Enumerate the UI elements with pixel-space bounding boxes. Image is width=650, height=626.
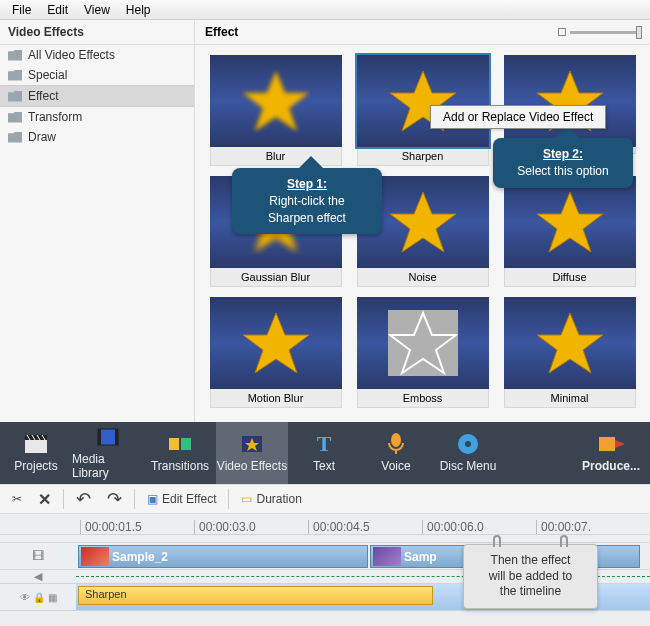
effect-thumb-motion-blur[interactable]: Motion Blur (205, 297, 346, 412)
x-icon: ✕ (38, 490, 51, 509)
svg-rect-14 (115, 429, 118, 445)
text-button[interactable]: TText (288, 422, 360, 484)
sidebar-item-all[interactable]: All Video Effects (0, 45, 194, 65)
projects-button[interactable]: Projects (0, 422, 72, 484)
svg-rect-13 (98, 429, 101, 445)
edit-effect-button[interactable]: ▣Edit Effect (143, 490, 220, 508)
effect-thumb-diffuse[interactable]: Diffuse (499, 176, 640, 291)
svg-point-21 (465, 441, 471, 447)
cut-button[interactable]: ✂ (8, 490, 26, 508)
menu-bar: File Edit View Help (0, 0, 650, 20)
instruction-callout-2: Step 2: Select this option (493, 138, 633, 188)
clapboard-icon (23, 433, 49, 455)
effect-label: Noise (357, 268, 489, 287)
effect-label: Gaussian Blur (210, 268, 342, 287)
folder-icon (8, 132, 22, 143)
duration-button[interactable]: ▭Duration (237, 490, 305, 508)
effect-thumb-minimal[interactable]: Minimal (499, 297, 640, 412)
folder-icon (8, 50, 22, 61)
effect-label: Sharpen (357, 147, 489, 166)
effect-preview (357, 55, 489, 147)
transitions-icon (167, 433, 193, 455)
sidebar-title: Video Effects (0, 20, 194, 45)
effect-label: Diffuse (504, 268, 636, 287)
instruction-note: Then the effect will be added to the tim… (463, 544, 598, 609)
effect-thumb-emboss[interactable]: Emboss (352, 297, 493, 412)
folder-icon (8, 112, 22, 123)
produce-button[interactable]: Produce... (572, 422, 650, 484)
film-icon: 🎞 (32, 549, 44, 563)
zoom-out-icon (558, 28, 566, 36)
effect-thumb-blur[interactable]: Blur (205, 55, 346, 170)
effect-preview (504, 176, 636, 268)
svg-marker-9 (537, 313, 603, 373)
film-icon (95, 426, 121, 448)
produce-icon (598, 433, 624, 455)
star-effect-icon (239, 433, 265, 455)
undo-icon: ↶ (76, 488, 91, 510)
redo-button[interactable]: ↷ (103, 486, 126, 512)
voice-button[interactable]: Voice (360, 422, 432, 484)
star-box-icon: ▣ (147, 492, 158, 506)
fx-track-head[interactable]: 👁🔒▦ (0, 584, 76, 610)
context-menu-item-add-effect[interactable]: Add or Replace Video Effect (430, 105, 606, 129)
duration-icon: ▭ (241, 492, 252, 506)
effect-clip-sharpen[interactable]: Sharpen (78, 586, 433, 605)
sidebar-item-effect[interactable]: Effect (0, 85, 194, 107)
zoom-slider[interactable] (558, 28, 640, 36)
sidebar-item-transform[interactable]: Transform (0, 107, 194, 127)
category-sidebar: Video Effects All Video Effects Special … (0, 20, 195, 422)
scissors-icon: ✂ (12, 492, 22, 506)
effect-preview (210, 55, 342, 147)
folder-icon (8, 70, 22, 81)
menu-view[interactable]: View (76, 1, 118, 19)
main-toolbar: Projects Media Library Transitions Video… (0, 422, 650, 484)
effects-title: Effect (205, 25, 238, 39)
sidebar-item-draw[interactable]: Draw (0, 127, 194, 147)
redo-icon: ↷ (107, 488, 122, 510)
effect-label: Emboss (357, 389, 489, 408)
eye-icon: 👁 (20, 592, 30, 603)
svg-rect-15 (169, 438, 179, 450)
effect-label: Motion Blur (210, 389, 342, 408)
effect-preview (357, 297, 489, 389)
undo-button[interactable]: ↶ (72, 486, 95, 512)
film-icon: ▦ (48, 592, 57, 603)
instruction-callout-1: Step 1: Right-click the Sharpen effect (232, 168, 382, 234)
svg-point-19 (391, 433, 401, 447)
svg-marker-4 (390, 192, 456, 252)
svg-rect-10 (25, 440, 47, 453)
text-icon: T (311, 433, 337, 455)
video-clip-1[interactable]: Sample_2 (78, 545, 368, 568)
delete-button[interactable]: ✕ (34, 488, 55, 511)
disc-icon (455, 433, 481, 455)
timeline-ruler[interactable]: 00:00:01.500:00:03.000:00:04.500:00:06.0… (0, 514, 650, 534)
timeline-edit-bar: ✂ ✕ ↶ ↷ ▣Edit Effect ▭Duration (0, 484, 650, 514)
speaker-icon: ◀ (34, 570, 42, 583)
sidebar-item-special[interactable]: Special (0, 65, 194, 85)
svg-marker-23 (615, 440, 624, 448)
audio-track-head[interactable]: ◀ (0, 570, 76, 583)
svg-marker-5 (537, 192, 603, 252)
media-library-button[interactable]: Media Library (72, 422, 144, 484)
disc-menu-button[interactable]: Disc Menu (432, 422, 504, 484)
svg-marker-6 (243, 313, 309, 373)
svg-rect-22 (599, 437, 615, 451)
svg-marker-0 (243, 71, 309, 131)
mic-icon (383, 433, 409, 455)
video-track-head[interactable]: 🎞 (0, 543, 76, 569)
transitions-button[interactable]: Transitions (144, 422, 216, 484)
lock-icon: 🔒 (33, 592, 45, 603)
folder-icon (8, 91, 22, 102)
svg-rect-7 (388, 310, 458, 376)
menu-file[interactable]: File (4, 1, 39, 19)
effect-preview (504, 297, 636, 389)
effect-preview (210, 297, 342, 389)
menu-edit[interactable]: Edit (39, 1, 76, 19)
effect-label: Minimal (504, 389, 636, 408)
video-effects-button[interactable]: Video Effects (216, 422, 288, 484)
menu-help[interactable]: Help (118, 1, 159, 19)
svg-rect-16 (181, 438, 191, 450)
